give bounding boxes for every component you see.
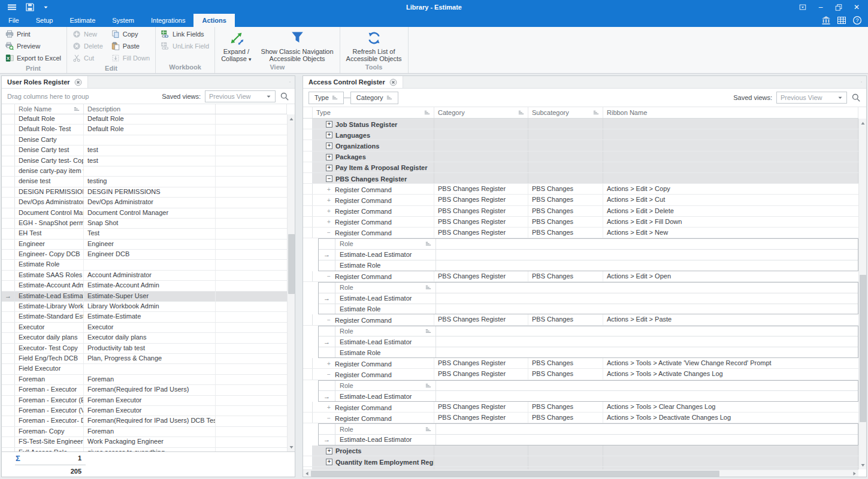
ribbon-tab-integrations[interactable]: Integrations	[143, 14, 193, 27]
cell-type[interactable]: +Register Command	[313, 206, 434, 216]
cell-role-name[interactable]: denise test	[15, 177, 84, 186]
scroll-left-icon[interactable]	[304, 471, 310, 476]
cell-category[interactable]: PBS Changes Register	[434, 271, 528, 281]
cell-role-name[interactable]: Foreman - Executor (EH)	[15, 396, 84, 405]
group-row-quantity-item-employment-register[interactable]: +Quantity Item Employment Register	[303, 456, 858, 467]
cell-category[interactable]: PBS Changes Register	[434, 184, 528, 194]
cell-subcategory[interactable]: PBS Changes	[528, 206, 603, 216]
group-row-job-status-register[interactable]: +Job Status Register	[303, 119, 858, 129]
cell-description[interactable]: Snap Shot	[84, 219, 216, 228]
tab-access-control-register[interactable]: Access Control Register	[303, 76, 403, 88]
expand-icon[interactable]: +	[326, 208, 332, 214]
cell-role-name[interactable]: DESIGN PERMISSIONS	[15, 187, 84, 197]
cell-description[interactable]: Estimate-Super User	[84, 292, 216, 301]
cell-type[interactable]: +Register Command	[313, 358, 434, 368]
cell-ribbon-name[interactable]: Actions > Tools > Deactivate Changes Log	[603, 413, 858, 423]
left-vertical-scrollbar[interactable]	[287, 114, 295, 451]
cell-ribbon-name[interactable]: Actions > Edit > Open	[603, 271, 858, 281]
unlink-field-button[interactable]: UnLink Field	[157, 40, 213, 52]
table-row[interactable]: Engineer- Copy DCBEngineer DCB	[2, 250, 287, 260]
command-row[interactable]: −Register CommandPBS Changes RegisterPBS…	[303, 413, 858, 423]
right-vertical-scrollbar[interactable]	[858, 119, 866, 469]
command-row[interactable]: +Register CommandPBS Changes RegisterPBS…	[303, 184, 858, 195]
workbook-grid-icon[interactable]	[837, 16, 846, 25]
scrollbar-thumb[interactable]	[288, 234, 295, 294]
table-row[interactable]: ExecutorExecutor	[2, 323, 287, 333]
cell-role-name[interactable]: Default Role- Test	[15, 125, 84, 134]
cell-subcategory[interactable]: PBS Changes	[528, 195, 603, 205]
cell-type[interactable]: −Register Command	[313, 271, 434, 281]
restore-button-icon[interactable]	[834, 3, 843, 11]
cell-category[interactable]: PBS Changes Register	[434, 228, 528, 238]
table-row[interactable]: →Estimate-Lead EstimatorEstimate-Super U…	[2, 292, 287, 302]
cell-type[interactable]: −Register Command	[313, 413, 434, 423]
cell-description[interactable]: Engineer	[84, 240, 216, 249]
cell-role-name[interactable]: Executor- Test Copy	[15, 344, 84, 353]
cell-role-name[interactable]: Field Executor	[15, 364, 84, 374]
cell-role[interactable]: Estimate-Lead Estimator	[335, 336, 436, 347]
show-classic-navigation-accessible-objects-button[interactable]: Show Classic NavigationAccessible Object…	[256, 28, 338, 62]
cell-description[interactable]: Estimate-Estimate	[84, 312, 216, 322]
cell-category[interactable]: PBS Changes Register	[434, 217, 528, 227]
table-row[interactable]: Default Role- TestDefault Role	[2, 125, 287, 135]
cell-type[interactable]: +Register Command	[313, 195, 434, 205]
cell-description[interactable]: Document Control Manager	[84, 208, 216, 218]
column-header-role[interactable]: Role	[335, 239, 436, 249]
table-row[interactable]: Field Eng/Tech DCBPlan, Progress & Chang…	[2, 354, 287, 364]
command-row[interactable]: −Register CommandPBS Changes RegisterPBS…	[303, 228, 858, 238]
table-row[interactable]: Estimate-Account AdminEstimate-Account A…	[2, 281, 287, 291]
cell-description[interactable]: Foreman(Required for IPad Users)	[84, 385, 216, 395]
cell-role-name[interactable]: Estimate-Library Workbook ...	[15, 302, 84, 311]
cell-ribbon-name[interactable]: Actions > Edit > Copy	[603, 184, 858, 194]
cell-subcategory[interactable]: PBS Changes	[528, 413, 603, 423]
collapse-icon[interactable]: −	[326, 317, 332, 323]
cell-ribbon-name[interactable]: Actions > Tools > Activate 'View Change …	[603, 358, 858, 368]
cell-description[interactable]: DESGIN PERMISSIONS	[84, 187, 216, 197]
cell-ribbon-name[interactable]: Actions > Edit > Delete	[603, 206, 858, 216]
cell-role-name[interactable]: Estimate Role	[15, 260, 84, 269]
scroll-down-icon[interactable]	[860, 463, 866, 468]
refresh-list-of-accessible-objects-button[interactable]: Refresh List ofAccessible Objects	[341, 28, 407, 62]
expand-icon[interactable]: +	[326, 219, 332, 225]
column-header-type[interactable]: Type	[313, 107, 434, 118]
cell-description[interactable]: Estimate-Account Admin	[84, 281, 216, 290]
copy-button[interactable]: Copy	[107, 28, 154, 40]
table-row[interactable]: Foreman - ExecutorForeman(Required for I…	[2, 385, 287, 395]
search-icon[interactable]	[280, 92, 289, 101]
scroll-down-icon[interactable]	[289, 445, 294, 450]
table-row[interactable]: Dev/Ops AdministratorDev/Ops Administrat…	[2, 198, 287, 208]
cell-type[interactable]: −Register Command	[313, 369, 434, 379]
qat-dropdown-icon[interactable]	[43, 5, 49, 10]
table-row[interactable]: Estimate-Library Workbook ...Library Wor…	[2, 302, 287, 312]
cell-role-name[interactable]: Estimate-Account Admin	[15, 281, 84, 290]
cell-subcategory[interactable]: PBS Changes	[528, 184, 603, 194]
saved-views-select[interactable]: Previous View	[205, 90, 276, 102]
cell-description[interactable]: Executor daily plans	[84, 333, 216, 342]
column-header-role[interactable]: Role	[335, 283, 436, 293]
cell-role[interactable]: Estimate-Lead Estimator	[335, 435, 436, 445]
expand-icon[interactable]: +	[326, 448, 332, 454]
cell-description[interactable]: Foreman Executor	[84, 396, 216, 405]
cell-role[interactable]: Estimate Role	[335, 304, 436, 314]
cell-category[interactable]: PBS Changes Register	[434, 206, 528, 216]
search-icon[interactable]	[851, 93, 861, 102]
group-by-hint[interactable]: Drag columns here to group	[7, 93, 89, 100]
scrollbar-thumb[interactable]	[860, 275, 866, 422]
cell-category[interactable]: PBS Changes Register	[434, 413, 528, 423]
cell-role[interactable]: Estimate-Lead Estimator	[335, 391, 436, 401]
link-fields-button[interactable]: Link Fields	[157, 28, 213, 40]
command-row[interactable]: +Register CommandPBS Changes RegisterPBS…	[303, 358, 858, 369]
expand-icon[interactable]: +	[326, 143, 332, 149]
cell-subcategory[interactable]: PBS Changes	[528, 358, 603, 368]
role-row[interactable]: Estimate Role	[319, 304, 858, 314]
table-row[interactable]: Executor- Test CopyProductivity tab test	[2, 344, 287, 354]
cell-role-name[interactable]: Executor	[15, 323, 84, 332]
table-row[interactable]: ForemanForeman	[2, 375, 287, 385]
print-button[interactable]: Print	[1, 28, 65, 40]
group-row-pay-item-proposal-register[interactable]: +Pay Item & Proposal Register	[303, 162, 858, 173]
cell-category[interactable]: PBS Changes Register	[434, 195, 528, 205]
cell-description[interactable]: Foreman	[84, 375, 216, 384]
cell-description[interactable]: test	[84, 145, 216, 155]
ribbon-display-options-icon[interactable]	[799, 3, 807, 11]
expand-icon[interactable]: +	[326, 187, 332, 193]
